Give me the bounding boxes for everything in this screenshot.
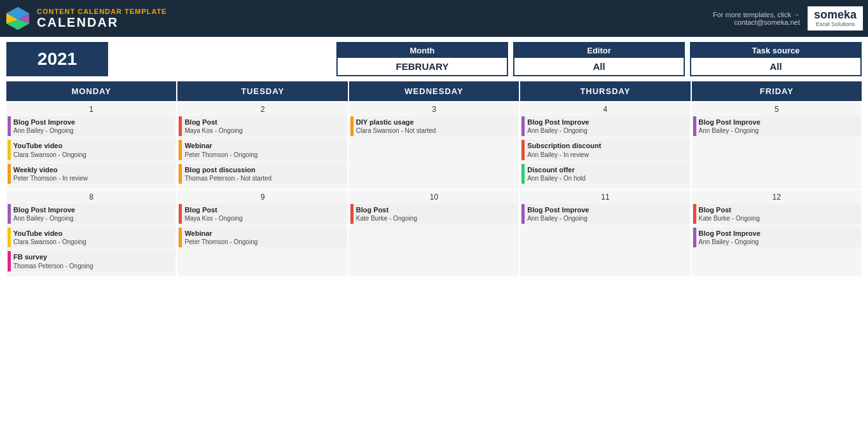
- event-block[interactable]: Subscription discountAnn Bailey - In rev…: [521, 140, 689, 160]
- logo-icon: [5, 6, 31, 31]
- task-label: Task source: [691, 43, 860, 58]
- event-block[interactable]: WebinarPeter Thomson - Ongoing: [179, 140, 346, 160]
- event-title: Blog Post: [356, 205, 515, 214]
- header-monday: MONDAY: [6, 81, 176, 101]
- calendar-container: MONDAY TUESDAY WEDNESDAY THURSDAY FRIDAY…: [0, 81, 868, 284]
- header-main-title: CALENDAR: [37, 15, 167, 30]
- event-title: Blog Post Improve: [13, 205, 172, 214]
- event-sub: Ann Bailey - Ongoing: [13, 214, 172, 222]
- event-block[interactable]: Blog Post ImproveAnn Bailey - Ongoing: [8, 116, 175, 136]
- month-value: FEBRUARY: [338, 58, 507, 75]
- event-sub: Ann Bailey - Ongoing: [527, 214, 686, 222]
- event-title: Blog Post: [184, 118, 343, 127]
- event-block[interactable]: YouTube videoClara Swanson - Ongoing: [8, 140, 175, 160]
- event-content: DIY plastic usageClara Swanson - Not sta…: [354, 116, 518, 136]
- event-block[interactable]: Blog Post ImproveAnn Bailey - Ongoing: [693, 116, 860, 136]
- event-block[interactable]: YouTube videoClara Swanson - Ongoing: [8, 228, 175, 247]
- event-title: Webinar: [184, 141, 343, 150]
- event-title: Blog Post: [184, 205, 343, 214]
- event-sub: Ann Bailey - Ongoing: [699, 127, 858, 135]
- day-cell[interactable]: 3DIY plastic usageClara Swanson - Not st…: [349, 102, 519, 189]
- event-block[interactable]: Blog Post ImproveAnn Bailey - Ongoing: [693, 228, 860, 247]
- event-content: Weekly videoPeter Thomson - In review: [11, 164, 175, 184]
- day-number: 8: [8, 191, 175, 204]
- day-number: 10: [350, 191, 518, 204]
- event-sub: Peter Thomson - Ongoing: [184, 238, 343, 246]
- event-content: Blog Post ImproveAnn Bailey - Ongoing: [525, 204, 689, 224]
- event-block[interactable]: DIY plastic usageClara Swanson - Not sta…: [350, 116, 518, 136]
- event-content: Blog Post ImproveAnn Bailey - Ongoing: [696, 116, 860, 136]
- event-block[interactable]: Blog PostMaya Kos - Ongoing: [179, 204, 346, 224]
- event-title: Subscription discount: [527, 141, 686, 150]
- event-content: Blog PostMaya Kos - Ongoing: [182, 204, 346, 224]
- day-cell[interactable]: 1Blog Post ImproveAnn Bailey - OngoingYo…: [6, 102, 176, 189]
- day-cell[interactable]: 10Blog PostKate Burke - Ongoing: [349, 190, 519, 277]
- day-cell[interactable]: 2Blog PostMaya Kos - OngoingWebinarPeter…: [177, 102, 347, 189]
- event-title: Blog post discussion: [184, 165, 343, 174]
- event-title: Blog Post Improve: [699, 118, 858, 127]
- day-number: 9: [179, 191, 346, 204]
- task-value: All: [691, 58, 860, 75]
- month-filter[interactable]: Month FEBRUARY: [336, 42, 508, 76]
- event-block[interactable]: Blog post discussionThomas Peterson - No…: [179, 164, 346, 184]
- event-sub: Clara Swanson - Ongoing: [13, 238, 172, 246]
- day-cell[interactable]: 12Blog PostKate Burke - OngoingBlog Post…: [692, 190, 862, 277]
- header-friday: FRIDAY: [692, 81, 862, 101]
- event-content: Blog Post ImproveAnn Bailey - Ongoing: [696, 228, 860, 247]
- day-cell[interactable]: 8Blog Post ImproveAnn Bailey - OngoingYo…: [6, 190, 176, 277]
- day-number: 4: [521, 104, 689, 116]
- event-block[interactable]: Blog PostKate Burke - Ongoing: [350, 204, 518, 224]
- editor-filter[interactable]: Editor All: [513, 42, 685, 76]
- event-title: Blog Post Improve: [699, 229, 858, 238]
- event-content: Blog PostMaya Kos - Ongoing: [182, 116, 346, 136]
- event-block[interactable]: Blog Post ImproveAnn Bailey - Ongoing: [8, 204, 175, 224]
- header-thursday: THURSDAY: [520, 81, 690, 101]
- day-cell[interactable]: 9Blog PostMaya Kos - OngoingWebinarPeter…: [177, 190, 347, 277]
- event-title: FB survey: [13, 252, 172, 261]
- year-display[interactable]: 2021: [6, 42, 108, 76]
- event-content: YouTube videoClara Swanson - Ongoing: [11, 228, 175, 247]
- event-title: Blog Post Improve: [527, 118, 686, 127]
- someka-brand: someka Excel Solutions: [808, 6, 863, 31]
- day-headers: MONDAY TUESDAY WEDNESDAY THURSDAY FRIDAY: [6, 81, 862, 101]
- top-header: CONTENT CALENDAR TEMPLATE CALENDAR For m…: [0, 0, 868, 37]
- event-sub: Maya Kos - Ongoing: [184, 214, 343, 222]
- contact-bottom: contact@someka.net: [713, 18, 800, 26]
- editor-label: Editor: [514, 43, 684, 58]
- day-cell[interactable]: 5Blog Post ImproveAnn Bailey - Ongoing: [692, 102, 862, 189]
- day-cell[interactable]: 11Blog Post ImproveAnn Bailey - Ongoing: [520, 190, 690, 277]
- event-content: Subscription discountAnn Bailey - In rev…: [525, 140, 689, 160]
- day-number: 5: [693, 104, 860, 116]
- task-filter[interactable]: Task source All: [690, 42, 862, 76]
- event-block[interactable]: Blog Post ImproveAnn Bailey - Ongoing: [521, 204, 689, 224]
- event-sub: Ann Bailey - In review: [527, 151, 686, 159]
- event-content: Blog Post ImproveAnn Bailey - Ongoing: [525, 116, 689, 136]
- event-block[interactable]: Weekly videoPeter Thomson - In review: [8, 164, 175, 184]
- event-block[interactable]: FB surveyThomas Peterson - Ongoing: [8, 251, 175, 271]
- day-number: 3: [350, 104, 518, 116]
- header-tuesday: TUESDAY: [177, 81, 347, 101]
- filter-row: 2021 Month FEBRUARY Editor All Task sour…: [0, 37, 868, 81]
- event-content: Blog Post ImproveAnn Bailey - Ongoing: [11, 116, 175, 136]
- event-sub: Thomas Peterson - Ongoing: [13, 262, 172, 270]
- day-cell[interactable]: 4Blog Post ImproveAnn Bailey - OngoingSu…: [520, 102, 690, 189]
- event-title: Discount offer: [527, 165, 686, 174]
- event-sub: Kate Burke - Ongoing: [356, 214, 515, 222]
- header-title-block: CONTENT CALENDAR TEMPLATE CALENDAR: [37, 8, 167, 30]
- header-left: CONTENT CALENDAR TEMPLATE CALENDAR: [5, 6, 167, 31]
- event-content: Discount offerAnn Bailey - On hold: [525, 164, 689, 184]
- event-block[interactable]: Blog Post ImproveAnn Bailey - Ongoing: [521, 116, 689, 136]
- event-content: Blog PostKate Burke - Ongoing: [696, 204, 860, 224]
- week-row-2: 8Blog Post ImproveAnn Bailey - OngoingYo…: [6, 190, 862, 277]
- brand-tagline: Excel Solutions: [816, 22, 855, 28]
- event-block[interactable]: WebinarPeter Thomson - Ongoing: [179, 228, 346, 247]
- event-content: Blog post discussionThomas Peterson - No…: [182, 164, 346, 184]
- event-sub: Ann Bailey - Ongoing: [13, 127, 172, 135]
- event-sub: Clara Swanson - Ongoing: [13, 151, 172, 159]
- event-block[interactable]: Blog PostKate Burke - Ongoing: [693, 204, 860, 224]
- header-subtitle: CONTENT CALENDAR TEMPLATE: [37, 8, 167, 15]
- event-block[interactable]: Blog PostMaya Kos - Ongoing: [179, 116, 346, 136]
- event-block[interactable]: Discount offerAnn Bailey - On hold: [521, 164, 689, 184]
- event-sub: Clara Swanson - Not started: [356, 127, 515, 135]
- brand-name: someka: [814, 9, 857, 22]
